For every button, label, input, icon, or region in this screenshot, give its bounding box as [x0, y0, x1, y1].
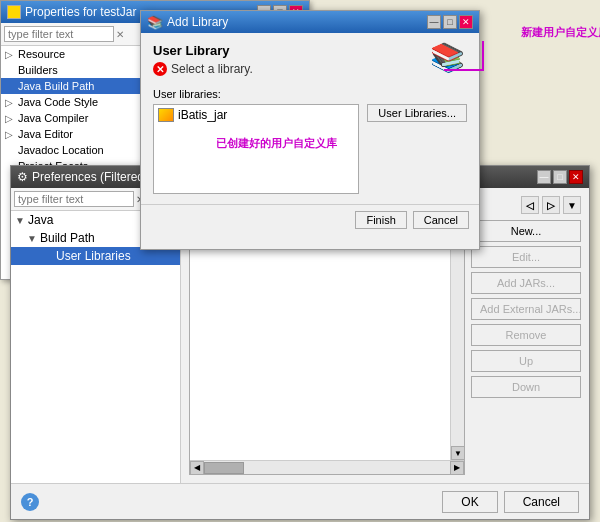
tree-arrow-java-code-style: ▷ — [5, 97, 15, 108]
scroll-track — [451, 235, 464, 446]
toolbar-menu-icon[interactable]: ▼ — [563, 196, 581, 214]
scroll-right-btn[interactable]: ▶ — [450, 461, 464, 475]
tree-item-builders[interactable]: Builders — [1, 62, 150, 78]
pref-tree-label-java: Java — [28, 213, 53, 227]
add-library-error-msg: Select a library. — [171, 62, 253, 76]
add-library-item-name: iBatis_jar — [178, 108, 227, 122]
h-scroll-thumb[interactable] — [204, 462, 244, 474]
tree-item-java-editor[interactable]: ▷ Java Editor — [1, 126, 150, 142]
add-library-finish-btn[interactable]: Finish — [355, 211, 406, 229]
preferences-title: Preferences (Filtered) — [32, 170, 148, 184]
vertical-scrollbar: ▲ ▼ — [450, 221, 464, 460]
properties-filter-input[interactable] — [4, 26, 114, 42]
tree-label-builders: Builders — [18, 64, 58, 76]
preferences-close-btn[interactable]: ✕ — [569, 170, 583, 184]
preferences-title-icon: ⚙ — [17, 170, 28, 184]
pref-tree-arrow-java: ▼ — [15, 215, 25, 226]
tree-item-java-code-style[interactable]: ▷ Java Code Style — [1, 94, 150, 110]
add-jars-button[interactable]: Add JARs... — [471, 272, 581, 294]
add-library-win-controls: — □ ✕ — [427, 15, 473, 29]
tree-arrow-java-compiler: ▷ — [5, 113, 15, 124]
library-item-icon — [158, 108, 174, 122]
tree-arrow-resource: ▷ — [5, 49, 15, 60]
error-icon: ✕ — [153, 62, 167, 76]
preferences-maximize-btn[interactable]: □ — [553, 170, 567, 184]
tree-item-java-compiler[interactable]: ▷ Java Compiler — [1, 110, 150, 126]
new-button[interactable]: New... — [471, 220, 581, 242]
preferences-content-area: iBatis_jar ▲ ▼ ◀ — [189, 220, 581, 475]
preferences-action-buttons: New... Edit... Add JARs... Add External … — [471, 220, 581, 475]
tree-label-java-compiler: Java Compiler — [18, 112, 88, 124]
h-scroll-track — [204, 461, 450, 475]
scroll-down-btn[interactable]: ▼ — [451, 446, 464, 460]
properties-filter-bar: ✕ — [1, 23, 150, 46]
add-library-close-btn[interactable]: ✕ — [459, 15, 473, 29]
tree-item-resource[interactable]: ▷ Resource — [1, 46, 150, 62]
preferences-list-body: iBatis_jar ▲ ▼ — [190, 221, 464, 460]
tree-label-resource: Resource — [18, 48, 65, 60]
tree-item-java-build-path[interactable]: Java Build Path — [1, 78, 150, 94]
add-library-titlebar: 📚 Add Library — □ ✕ — [141, 11, 479, 33]
add-external-jars-button[interactable]: Add External JARs... — [471, 298, 581, 320]
add-library-list: iBatis_jar — [153, 104, 359, 194]
horizontal-scrollbar: ◀ ▶ — [190, 460, 464, 474]
properties-title-icon — [7, 5, 21, 19]
help-icon[interactable]: ? — [21, 493, 39, 511]
remove-button[interactable]: Remove — [471, 324, 581, 346]
user-libraries-button[interactable]: User Libraries... — [367, 104, 467, 122]
preferences-list-container: iBatis_jar ▲ ▼ ◀ — [189, 220, 465, 475]
preferences-footer: ? OK Cancel — [11, 483, 589, 519]
add-library-error: ✕ Select a library. — [153, 62, 467, 76]
up-button[interactable]: Up — [471, 350, 581, 372]
scroll-left-btn[interactable]: ◀ — [190, 461, 204, 475]
properties-filter-clear[interactable]: ✕ — [116, 29, 124, 40]
preferences-ok-btn[interactable]: OK — [442, 491, 497, 513]
pref-tree-label-build-path: Build Path — [40, 231, 95, 245]
preferences-minimize-btn[interactable]: — — [537, 170, 551, 184]
add-library-libraries-label: User libraries: — [153, 88, 467, 100]
toolbar-forward-icon[interactable]: ▷ — [542, 196, 560, 214]
toolbar-back-icon[interactable]: ◁ — [521, 196, 539, 214]
add-library-title-icon: 📚 — [147, 15, 163, 30]
tree-label-java-code-style: Java Code Style — [18, 96, 98, 108]
arrow-line-vertical — [482, 41, 484, 71]
edit-button[interactable]: Edit... — [471, 246, 581, 268]
preferences-footer-buttons: OK Cancel — [442, 491, 579, 513]
tree-item-javadoc-location[interactable]: Javadoc Location — [1, 142, 150, 158]
preferences-cancel-btn[interactable]: Cancel — [504, 491, 579, 513]
down-button[interactable]: Down — [471, 376, 581, 398]
preferences-toolbar-icons: ◁ ▷ ▼ — [521, 196, 581, 214]
properties-title: Properties for testJar — [25, 5, 136, 19]
preferences-win-controls: — □ ✕ — [537, 170, 583, 184]
pref-tree-label-user-libraries: User Libraries — [56, 249, 131, 263]
add-library-cancel-btn[interactable]: Cancel — [413, 211, 469, 229]
add-library-footer: Finish Cancel — [141, 204, 479, 235]
preferences-filter-input[interactable] — [14, 191, 134, 207]
pref-tree-arrow-build-path: ▼ — [27, 233, 37, 244]
tree-arrow-java-editor: ▷ — [5, 129, 15, 140]
add-library-list-item[interactable]: iBatis_jar — [154, 105, 358, 125]
preferences-list-inner: iBatis_jar — [190, 221, 450, 460]
tree-label-javadoc-location: Javadoc Location — [18, 144, 104, 156]
tree-label-java-editor: Java Editor — [18, 128, 73, 140]
tree-label-java-build-path: Java Build Path — [18, 80, 94, 92]
add-library-header: User Library — [153, 43, 467, 58]
add-library-minimize-btn[interactable]: — — [427, 15, 441, 29]
add-library-maximize-btn[interactable]: □ — [443, 15, 457, 29]
add-library-title: Add Library — [167, 15, 228, 29]
annotation-new-library: 新建用户自定义库 — [521, 25, 600, 40]
book-decoration-icon: 📚 — [430, 41, 465, 74]
add-library-window: 📚 Add Library — □ ✕ User Library ✕ Selec… — [140, 10, 480, 250]
